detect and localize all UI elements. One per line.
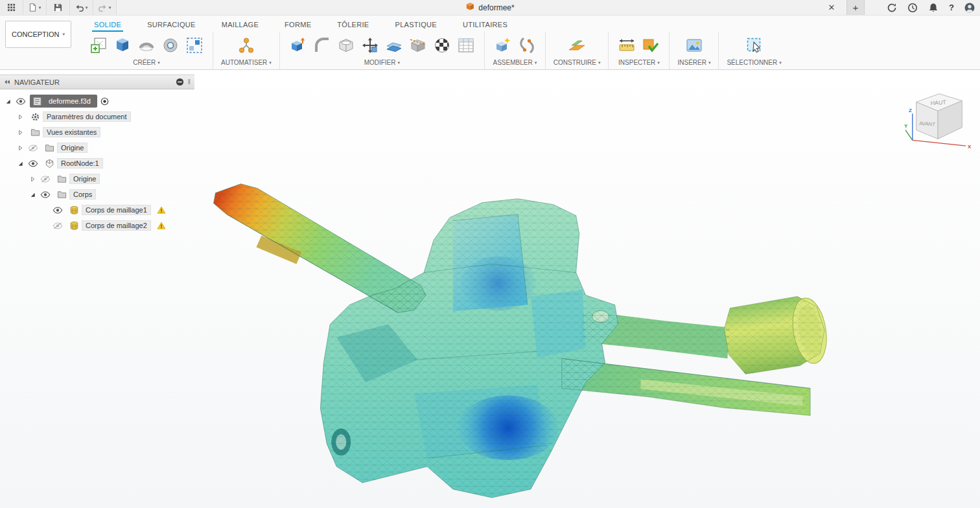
new-component-icon[interactable]	[493, 35, 513, 56]
node-label[interactable]: Corps	[69, 189, 96, 200]
panel-grip-handle[interactable]: ‖	[188, 79, 191, 86]
select-icon[interactable]	[744, 35, 765, 56]
visibility-on-icon[interactable]	[28, 159, 40, 167]
tree-node-corps[interactable]: Corps	[1, 187, 194, 202]
activity-clock-icon[interactable]	[907, 3, 918, 13]
file-menu-button[interactable]: ▾	[23, 0, 47, 15]
node-chip[interactable]: Vues existantes	[28, 126, 103, 139]
navigator-header[interactable]: NAVIGATEUR ‖	[0, 75, 194, 89]
expand-arrow-icon[interactable]	[30, 176, 39, 182]
visibility-on-icon[interactable]	[40, 190, 52, 198]
change-parameters-icon[interactable]	[456, 35, 476, 56]
shell-icon[interactable]	[336, 35, 356, 56]
node-label[interactable]: Paramètres du document	[43, 111, 131, 122]
group-label-selectionner[interactable]: SÉLECTIONNER▾	[727, 59, 781, 66]
construction-plane-icon[interactable]	[566, 35, 587, 56]
measure-icon[interactable]	[616, 35, 637, 56]
tree-node-origine[interactable]: Origine	[1, 140, 194, 156]
replace-face-icon[interactable]	[384, 35, 404, 56]
node-chip[interactable]: Corps de maillage1	[67, 203, 154, 216]
hole-icon[interactable]	[160, 35, 181, 56]
node-chip[interactable]: Origine	[54, 172, 102, 185]
app-grid-icon[interactable]	[0, 0, 23, 15]
collapse-arrow-icon[interactable]	[30, 191, 39, 198]
redo-button[interactable]: ▾	[93, 0, 117, 15]
tree-node-corps-de-maillage2[interactable]: Corps de maillage2	[1, 218, 194, 233]
workspace-selector[interactable]: CONCEPTION ▾	[5, 21, 71, 48]
automate-icon[interactable]	[236, 35, 257, 56]
tab-utilitaires[interactable]: UTILITAIRES	[461, 21, 509, 32]
split-body-icon[interactable]	[408, 35, 428, 56]
node-label[interactable]: deformee.f3d	[45, 96, 95, 106]
tab-plastique[interactable]: PLASTIQUE	[393, 21, 439, 32]
document-tab[interactable]: deformee*	[465, 0, 514, 15]
node-chip[interactable]: Corps	[54, 188, 99, 201]
visibility-off-icon[interactable]	[40, 175, 52, 183]
node-chip[interactable]: Corps de maillage2	[67, 219, 154, 232]
extrude-icon[interactable]	[112, 35, 133, 56]
visibility-on-icon[interactable]	[52, 206, 64, 214]
joint-icon[interactable]	[517, 35, 537, 56]
tree-node-corps-de-maillage1[interactable]: Corps de maillage1	[1, 202, 194, 218]
node-chip[interactable]: RootNode:1	[42, 157, 106, 170]
group-label-inspecter[interactable]: INSPECTER▾	[618, 59, 660, 66]
circle-minus-icon[interactable]	[176, 78, 184, 86]
visibility-off-icon[interactable]	[52, 222, 64, 229]
node-label[interactable]: Corps de maillage2	[82, 220, 151, 231]
profile-avatar[interactable]	[964, 3, 975, 13]
ribbon: CONCEPTION ▾ SOLIDESURFACIQUEMAILLAGEFOR…	[0, 15, 980, 70]
new-tab-button[interactable]: +	[846, 0, 865, 15]
tree-node-parametres-du-document[interactable]: Paramètres du document	[1, 109, 194, 124]
close-tab-button[interactable]: ✕	[824, 0, 839, 15]
create-sketch-icon[interactable]	[88, 35, 109, 56]
group-label-assembler[interactable]: ASSEMBLER▾	[493, 59, 537, 66]
tree-node-origine[interactable]: Origine	[1, 171, 194, 187]
revolve-icon[interactable]	[136, 35, 157, 56]
expand-arrow-icon[interactable]	[18, 144, 27, 151]
node-label[interactable]: Corps de maillage1	[82, 205, 151, 215]
tab-surfacique[interactable]: SURFACIQUE	[145, 21, 198, 32]
save-button[interactable]	[47, 0, 70, 15]
group-label-automatiser[interactable]: AUTOMATISER▾	[221, 59, 272, 66]
collapse-arrow-icon[interactable]	[18, 160, 27, 167]
collapse-arrow-icon[interactable]	[5, 98, 14, 104]
viewcube[interactable]: HAUT AVANT Z Y X	[904, 86, 974, 152]
notifications-bell-icon[interactable]	[928, 3, 939, 13]
node-chip[interactable]: Paramètres du document	[28, 110, 134, 123]
node-label[interactable]: Origine	[69, 174, 100, 184]
group-label-construire[interactable]: CONSTRUIRE▾	[554, 59, 601, 66]
undo-button[interactable]: ▾	[70, 0, 93, 15]
node-label[interactable]: Vues existantes	[43, 127, 100, 137]
group-label-inserer[interactable]: INSÉRER▾	[677, 59, 710, 66]
press-pull-icon[interactable]	[288, 35, 309, 56]
tree-node-deformee-f3d[interactable]: deformee.f3d	[1, 93, 194, 109]
tab-tolerie[interactable]: TÔLERIE	[335, 21, 371, 32]
expand-arrow-icon[interactable]	[18, 129, 27, 135]
node-label[interactable]: Origine	[57, 143, 88, 153]
appearance-icon[interactable]	[432, 35, 452, 56]
warning-icon[interactable]	[157, 206, 166, 214]
node-label[interactable]: RootNode:1	[57, 158, 103, 168]
warning-icon[interactable]	[157, 222, 166, 229]
fillet-icon[interactable]	[312, 35, 332, 56]
help-icon[interactable]: ?	[949, 3, 954, 12]
selected-node-chip[interactable]: deformee.f3d	[30, 95, 97, 108]
collapse-panel-icon[interactable]	[4, 79, 10, 85]
tree-node-rootnode-1[interactable]: RootNode:1	[1, 156, 194, 171]
insert-image-icon[interactable]	[684, 35, 705, 56]
validate-icon[interactable]	[640, 35, 661, 56]
tab-forme[interactable]: FORME	[283, 21, 313, 32]
visibility-on-icon[interactable]	[16, 97, 27, 105]
job-status-icon[interactable]	[887, 3, 897, 13]
tab-solide[interactable]: SOLIDE	[92, 21, 123, 32]
group-label-modifier[interactable]: MODIFIER▾	[364, 59, 400, 66]
group-label-creer[interactable]: CRÉER▾	[133, 59, 160, 66]
tab-maillage[interactable]: MAILLAGE	[220, 21, 261, 32]
active-document-radio-icon[interactable]	[100, 97, 109, 106]
visibility-off-icon[interactable]	[28, 144, 40, 152]
move-icon[interactable]	[360, 35, 380, 56]
node-chip[interactable]: Origine	[42, 141, 90, 154]
expand-arrow-icon[interactable]	[18, 113, 27, 120]
rectangular-pattern-icon[interactable]	[184, 35, 205, 56]
tree-node-vues-existantes[interactable]: Vues existantes	[1, 124, 194, 140]
